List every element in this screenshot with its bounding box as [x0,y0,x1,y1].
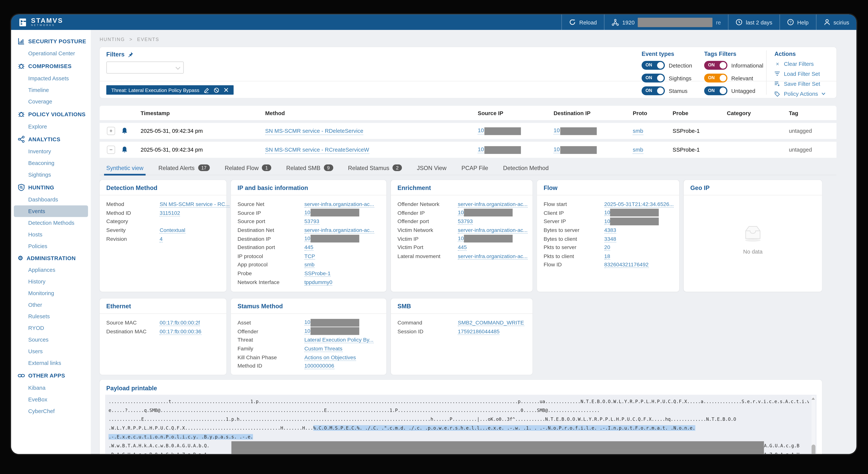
col-header-probe[interactable]: Probe [673,110,727,116]
field-value-link[interactable]: 3348 [604,236,616,242]
field-value-link[interactable]: 1000000006 [304,362,334,369]
sidebar-item-history[interactable]: History [11,276,91,287]
scrollbar-up-arrow-icon[interactable] [811,398,814,400]
field-value-link[interactable]: 10 [304,235,310,242]
remove-filter-icon[interactable] [224,88,228,92]
field-value-link[interactable]: tppdummy0 [304,279,332,285]
source-ip-link[interactable]: 10 [478,146,484,153]
field-value-link[interactable]: server-infra.organization-ac... [458,201,528,208]
sidebar-section-compromises[interactable]: COMPROMISES [11,59,91,73]
field-value-link[interactable]: 10 [458,235,464,242]
field-value-link[interactable]: TCP [304,253,315,259]
toggle-relevant[interactable]: ON [704,73,727,83]
toggle-sightings[interactable]: ON [642,73,665,83]
probe-selector[interactable]: 1920re [604,14,728,30]
collapse-row-button[interactable]: − [107,146,115,154]
breadcrumb-hunting[interactable]: HUNTING [100,36,125,42]
payload-code-box[interactable]: ......................t.................… [105,394,816,454]
sidebar-item-kibana[interactable]: Kibana [11,382,91,394]
field-value-link[interactable]: 2025-05-31T21:42:34.6526... [604,201,674,208]
field-value-link[interactable]: SSProbe-1 [304,270,331,277]
col-header-source-ip[interactable]: Source IP [478,110,554,116]
tab-related-smb[interactable]: Related SMB9 [286,161,333,175]
field-value-link[interactable]: server-infra.organization-ac... [458,227,528,233]
field-value-link[interactable]: Lateral Execution Policy By... [304,337,373,344]
active-filter-tag[interactable]: Threat: Lateral Execution Policy Bypass [106,85,234,95]
expand-row-button[interactable]: + [107,127,115,135]
sidebar-section-policy-violations[interactable]: POLICY VIOLATIONS [11,107,91,121]
field-value-link[interactable]: 53793 [458,218,473,225]
tab-related-stamus[interactable]: Related Stamus2 [348,161,402,175]
destination-ip-link[interactable]: 10 [554,146,560,153]
field-value-link[interactable]: SMB2_COMMAND_WRITE [458,320,524,326]
field-value-link[interactable]: 10 [304,209,310,216]
sidebar-item-beaconing[interactable]: Beaconing [11,157,91,169]
tab-related-flow[interactable]: Related Flow1 [225,161,271,175]
sidebar-item-impacted-assets[interactable]: Impacted Assets [11,73,91,84]
event-method-link[interactable]: SN MS-SCMR service - RCreateServiceW [265,147,369,154]
field-value-link[interactable]: server-infra.organization-ac... [304,201,374,208]
field-value-link[interactable]: 00:17:fb:00:00:36 [160,328,202,335]
field-value-link[interactable]: server-infra.organization-ac... [304,227,374,233]
proto-link[interactable]: smb [633,128,643,135]
field-value-link[interactable]: 445 [458,244,467,251]
sidebar-item-sources[interactable]: Sources [11,334,91,346]
sidebar-item-sightings[interactable]: Sightings [11,169,91,181]
col-header-proto[interactable]: Proto [633,110,673,116]
field-value-link[interactable]: server-infra.organization-ac... [458,253,528,259]
sidebar-item-rulesets[interactable]: Rulesets [11,311,91,322]
field-value-link[interactable]: 4383 [604,227,616,233]
toggle-informational[interactable]: ON [704,61,727,70]
sidebar-item-events[interactable]: Events [14,206,88,217]
col-header-destination-ip[interactable]: Destination IP [554,110,633,116]
field-value-link[interactable]: SN MS-SCMR service - RC... [160,201,230,208]
field-value-link[interactable]: 53793 [304,218,319,225]
toggle-detection[interactable]: ON [642,61,665,70]
stamus-logo[interactable]: STAMVS NETWORKS [11,17,71,27]
col-header-tag[interactable]: Tag [789,110,836,116]
sidebar-item-inventory[interactable]: Inventory [11,146,91,157]
toggle-untagged[interactable]: ON [704,86,727,95]
event-row[interactable]: − 2025-05-31, 09:42:34 pm SN MS-SCMR ser… [100,141,837,158]
field-value-link[interactable]: 10 [604,218,610,224]
destination-ip-link[interactable]: 10 [554,127,560,134]
toggle-stamus[interactable]: ON [642,86,665,95]
tab-synthetic-view[interactable]: Synthetic view [106,161,144,175]
tab-json-view[interactable]: JSON View [417,161,446,175]
sidebar-section-hunting[interactable]: HUNTING [11,181,91,194]
event-row[interactable]: + 2025-05-31, 09:42:34 pm SN MS-SCMR ser… [100,123,837,139]
sidebar-section-other-apps[interactable]: OTHER APPS [11,369,91,382]
sidebar-item-explore[interactable]: Explore [11,121,91,132]
sidebar-item-users[interactable]: Users [11,346,91,357]
proto-link[interactable]: smb [633,147,643,154]
sidebar-item-timeline[interactable]: Timeline [11,84,91,96]
sidebar-item-other[interactable]: Other [11,299,91,311]
field-value-link[interactable]: 10 [304,328,310,334]
sidebar-item-external-links[interactable]: External links [11,357,91,369]
field-value-link[interactable]: Custom Threats [304,346,342,352]
field-value-link[interactable]: Actions on Objectives [304,354,356,361]
clear-filters-button[interactable]: × Clear Filters [775,61,825,67]
negate-filter-icon[interactable] [214,87,219,93]
col-header-category[interactable]: Category [727,110,789,116]
field-value-link[interactable]: 10 [304,319,310,325]
sidebar-item-dashboards[interactable]: Dashboards [11,194,91,206]
field-value-link[interactable]: 445 [304,244,313,251]
field-value-link[interactable]: 18 [604,253,610,259]
filter-search-select[interactable] [106,62,184,74]
sidebar-item-detection-methods[interactable]: Detection Methods [11,217,91,229]
tab-related-alerts[interactable]: Related Alerts17 [158,161,210,175]
source-ip-link[interactable]: 10 [478,127,484,134]
save-filter-set-button[interactable]: Save Filter Set [775,81,825,87]
field-value-link[interactable]: 4 [160,236,163,242]
bell-icon[interactable] [121,146,128,153]
sidebar-item-hosts[interactable]: Hosts [11,229,91,241]
sidebar-item-cyberchef[interactable]: CyberChef [11,405,91,417]
tab-pcap-file[interactable]: PCAP File [461,161,488,175]
sidebar-section-analytics[interactable]: ANALYTICS [11,132,91,146]
scrollbar-thumb[interactable] [812,444,815,454]
sidebar-item-appliances[interactable]: Appliances [11,264,91,276]
reload-button[interactable]: Reload [562,14,604,30]
tab-detection-method[interactable]: Detection Method [503,161,549,175]
help-button[interactable]: ? Help [779,14,816,30]
